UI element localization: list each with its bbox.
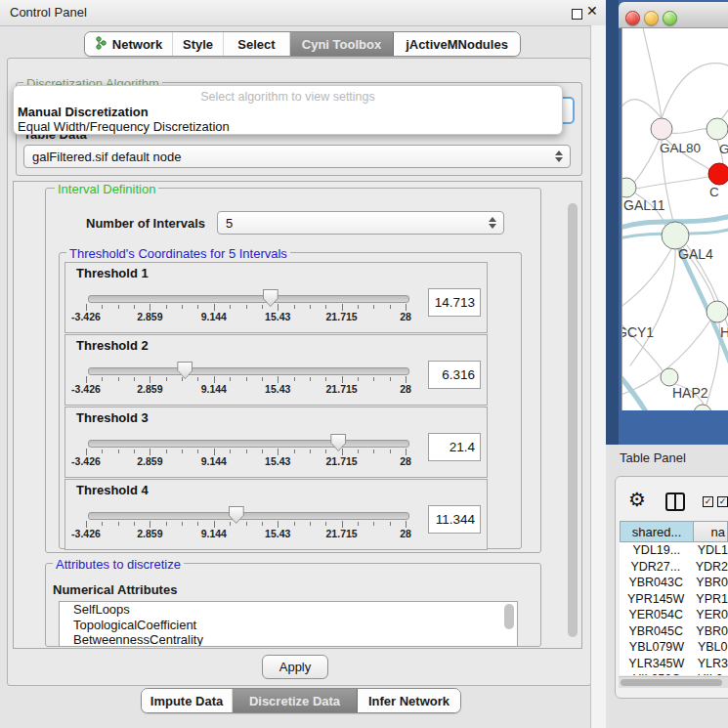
table-horizontal-scrollbar[interactable] bbox=[619, 676, 728, 688]
tab-network[interactable]: Network bbox=[85, 32, 173, 56]
network-node[interactable] bbox=[708, 163, 728, 185]
algorithm-option[interactable]: Equal Width/Frequency Discretization bbox=[14, 119, 562, 134]
slider-thumb[interactable] bbox=[330, 434, 346, 451]
slider-tick bbox=[358, 450, 359, 453]
tab-jactivemnodules[interactable]: jActiveMNodules bbox=[394, 32, 520, 56]
apply-button-label: Apply bbox=[279, 660, 312, 674]
slider-tick bbox=[278, 376, 278, 383]
table-row[interactable]: YPR145WYPR1 bbox=[620, 591, 728, 608]
table-row[interactable]: YBR043CYBR0 bbox=[620, 575, 728, 591]
slider-tick bbox=[325, 450, 326, 453]
column-header[interactable]: na bbox=[694, 521, 728, 542]
threshold-label: Threshold 2 bbox=[76, 338, 149, 353]
tab-cyni-toolbox[interactable]: Cyni Toolbox bbox=[290, 32, 394, 56]
table-row[interactable]: YER054CYER0 bbox=[620, 607, 728, 623]
node-table[interactable]: shared...na YDL19...YDL1YDR27...YDR2YBR0… bbox=[620, 521, 728, 675]
checkbox-icon[interactable]: ✓ bbox=[717, 496, 728, 507]
popup-hint: Select algorithm to view settings bbox=[14, 90, 562, 105]
network-canvas[interactable]: GAL80GACGAL11GAL4HGCY1HAP2 bbox=[621, 28, 728, 410]
algorithm-dropdown-popup: Select algorithm to view settings Manual… bbox=[13, 85, 563, 135]
close-icon[interactable]: ✕ bbox=[586, 3, 598, 19]
table-cell: YBR043C bbox=[620, 575, 692, 591]
slider-tick bbox=[150, 449, 150, 455]
numerical-attributes-list[interactable]: SelfLoopsTopologicalCoefficientBetweenne… bbox=[59, 601, 518, 647]
network-node[interactable] bbox=[707, 301, 728, 322]
slider-thumb[interactable] bbox=[263, 289, 278, 307]
slider-tick bbox=[182, 377, 183, 381]
tab-select[interactable]: Select bbox=[224, 32, 290, 56]
table-row[interactable]: YBL079WYBL0 bbox=[620, 639, 728, 656]
panel-scrollbar[interactable] bbox=[568, 203, 578, 637]
columns-icon[interactable] bbox=[665, 492, 685, 511]
network-node[interactable] bbox=[707, 118, 728, 140]
number-of-intervals-select[interactable]: 5 bbox=[217, 211, 504, 235]
network-node[interactable] bbox=[694, 405, 711, 410]
threshold-value-field[interactable]: 6.316 bbox=[428, 361, 481, 389]
tab-style[interactable]: Style bbox=[173, 32, 224, 56]
table-data-select[interactable]: galFiltered.sif default node bbox=[23, 145, 571, 168]
minimize-traffic-light-icon[interactable] bbox=[644, 11, 659, 25]
slider-track[interactable] bbox=[88, 440, 409, 448]
table-cell: YIL052C bbox=[620, 671, 694, 675]
slider-tick bbox=[86, 449, 87, 455]
gear-icon[interactable]: ⚙ bbox=[628, 488, 646, 511]
threshold-value-field[interactable]: 14.713 bbox=[428, 288, 481, 317]
table-row[interactable]: YIL052CYIL0 bbox=[620, 671, 728, 675]
slider-track[interactable] bbox=[88, 295, 409, 303]
table-panel-title: Table Panel bbox=[620, 450, 686, 465]
control-panel-tabs: NetworkStyleSelectCyni ToolboxjActiveMNo… bbox=[84, 31, 521, 57]
slider-tick bbox=[262, 377, 263, 381]
tick-label: -3.426 bbox=[71, 455, 101, 467]
slider-tick bbox=[134, 377, 135, 381]
table-cell: YLR345W bbox=[620, 656, 694, 672]
tick-label: 15.43 bbox=[265, 528, 290, 539]
table-row[interactable]: YDL19...YDL1 bbox=[620, 542, 728, 559]
slider-tick bbox=[134, 522, 135, 526]
slider-tick bbox=[150, 304, 150, 311]
attribute-item[interactable]: SelfLoops bbox=[60, 602, 517, 618]
table-row[interactable]: YDR27...YDR2 bbox=[620, 559, 728, 576]
node-label: GAL4 bbox=[678, 246, 713, 262]
tick-label: 2.859 bbox=[137, 311, 162, 322]
slider-tick bbox=[197, 305, 198, 309]
attributes-list-scrollbar[interactable] bbox=[504, 604, 514, 629]
slider-tick bbox=[86, 304, 87, 311]
slider-tick bbox=[262, 305, 263, 309]
zoom-traffic-light-icon[interactable] bbox=[663, 11, 677, 25]
slider-thumb[interactable] bbox=[177, 362, 193, 379]
attribute-item[interactable]: TopologicalCoefficient bbox=[60, 618, 517, 633]
apply-button[interactable]: Apply bbox=[262, 655, 328, 679]
slider-tick bbox=[278, 304, 278, 311]
attribute-item[interactable]: BetweennessCentrality bbox=[60, 632, 517, 647]
column-header[interactable]: shared... bbox=[620, 521, 694, 542]
algorithm-option[interactable]: Manual Discretization bbox=[14, 105, 562, 119]
network-node[interactable] bbox=[651, 118, 672, 140]
close-traffic-light-icon[interactable] bbox=[625, 11, 640, 25]
tab-discretize-data[interactable]: Discretize Data bbox=[233, 689, 358, 712]
threshold-value-field[interactable]: 11.344 bbox=[428, 505, 481, 534]
slider-tick bbox=[118, 377, 119, 381]
tab-label: Infer Network bbox=[368, 694, 450, 708]
network-node[interactable] bbox=[662, 222, 689, 249]
float-window-icon[interactable] bbox=[572, 9, 582, 20]
network-node[interactable] bbox=[622, 178, 636, 197]
table-row[interactable]: YLR345WYLR3 bbox=[620, 656, 728, 672]
slider-tick bbox=[406, 304, 407, 311]
slider-tick bbox=[134, 450, 135, 453]
checkbox-icon[interactable]: ✓ bbox=[703, 496, 713, 507]
tab-impute-data[interactable]: Impute Data bbox=[142, 689, 233, 712]
table-row[interactable]: YBR045CYBR0 bbox=[620, 623, 728, 640]
tab-infer-network[interactable]: Infer Network bbox=[358, 689, 460, 712]
slider-tick bbox=[406, 521, 407, 528]
table-cell: YDR27... bbox=[620, 559, 692, 576]
table-cell: YER054C bbox=[620, 607, 692, 623]
tab-label: jActiveMNodules bbox=[406, 37, 508, 52]
tick-label: -3.426 bbox=[71, 528, 101, 539]
slider-tick bbox=[230, 377, 231, 381]
tick-label: 9.144 bbox=[201, 455, 227, 467]
slider-track[interactable] bbox=[88, 512, 409, 520]
node-label: H bbox=[720, 324, 728, 340]
slider-track[interactable] bbox=[88, 367, 409, 375]
threshold-value-field[interactable]: 21.4 bbox=[428, 433, 481, 461]
network-node[interactable] bbox=[661, 368, 678, 386]
